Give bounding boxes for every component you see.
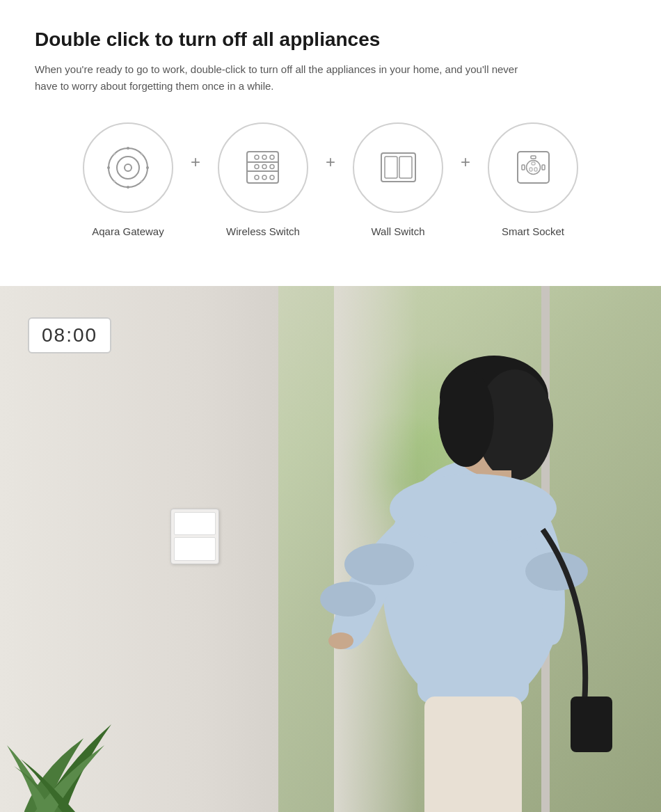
svg-point-8 — [141, 153, 143, 155]
svg-point-9 — [113, 180, 116, 182]
svg-point-14 — [255, 155, 259, 159]
smart-socket-label: Smart Socket — [502, 225, 564, 237]
svg-point-44 — [320, 582, 376, 616]
page-description: When you're ready to go to work, double-… — [35, 61, 536, 95]
svg-rect-30 — [542, 165, 545, 170]
plus-3: + — [461, 152, 470, 172]
svg-point-5 — [107, 166, 110, 169]
svg-point-4 — [127, 186, 129, 189]
svg-point-2 — [125, 164, 132, 171]
wall-switch-icon — [376, 145, 421, 190]
switch-btn-top — [174, 512, 216, 536]
svg-point-1 — [117, 157, 139, 179]
wall-switch-label: Wall Switch — [372, 225, 425, 237]
wireless-circle — [218, 122, 308, 213]
wireless-switch-icon — [240, 145, 285, 190]
smart-socket-icon — [511, 145, 556, 190]
svg-rect-32 — [529, 168, 532, 171]
plus-2: + — [326, 152, 335, 172]
svg-point-43 — [344, 543, 414, 585]
gateway-circle — [83, 122, 173, 213]
svg-rect-28 — [531, 156, 536, 159]
plus-1: + — [191, 152, 200, 172]
device-aqara-gateway: Aqara Gateway — [72, 122, 184, 237]
svg-point-21 — [262, 175, 266, 180]
svg-rect-46 — [571, 696, 612, 752]
gateway-icon — [104, 143, 152, 192]
svg-point-38 — [438, 369, 494, 467]
svg-rect-33 — [534, 168, 537, 171]
svg-rect-24 — [385, 157, 397, 178]
svg-point-10 — [141, 180, 143, 182]
plant-svg — [0, 669, 153, 812]
device-wall-switch: Wall Switch — [342, 122, 454, 237]
svg-point-40 — [390, 474, 557, 543]
devices-row: Aqara Gateway + — [35, 122, 626, 265]
scene-photo: 08:00 — [0, 286, 661, 812]
svg-rect-31 — [532, 162, 535, 165]
svg-rect-23 — [381, 153, 415, 182]
svg-rect-29 — [522, 165, 525, 170]
wireless-label: Wireless Switch — [226, 225, 300, 237]
time-display: 08:00 — [28, 317, 111, 353]
device-smart-socket: Smart Socket — [477, 122, 589, 237]
gateway-label: Aqara Gateway — [92, 225, 164, 237]
svg-point-17 — [255, 165, 259, 169]
wall-switch-widget — [170, 509, 219, 564]
svg-point-19 — [270, 165, 274, 169]
svg-rect-42 — [417, 564, 529, 703]
svg-point-16 — [270, 155, 274, 159]
svg-point-22 — [270, 175, 274, 180]
switch-btn-bottom — [174, 537, 216, 561]
wall-switch-circle — [353, 122, 443, 213]
svg-rect-25 — [399, 157, 412, 178]
svg-point-7 — [113, 153, 116, 155]
svg-point-41 — [328, 632, 353, 649]
smart-socket-circle — [488, 122, 578, 213]
svg-point-20 — [255, 175, 259, 180]
svg-point-15 — [262, 155, 266, 159]
person-silhouette — [278, 321, 626, 812]
device-wireless-switch: Wireless Switch — [207, 122, 319, 237]
svg-point-6 — [146, 166, 149, 169]
top-section: Double click to turn off all appliances … — [0, 0, 661, 286]
page-title: Double click to turn off all appliances — [35, 28, 626, 51]
svg-point-3 — [127, 147, 129, 150]
svg-rect-47 — [424, 696, 522, 812]
svg-point-18 — [262, 165, 266, 169]
